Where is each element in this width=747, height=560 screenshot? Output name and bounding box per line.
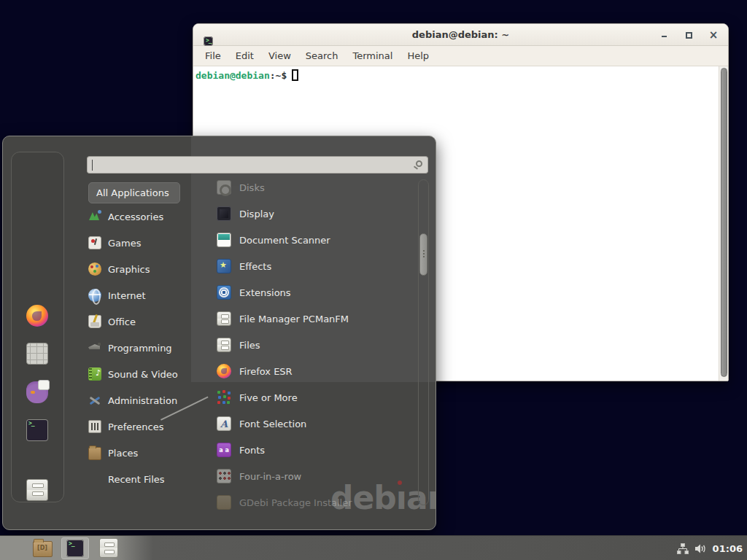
category-administration[interactable]: Administration bbox=[88, 390, 194, 411]
close-icon: × bbox=[709, 30, 719, 41]
app-four-in-a-row[interactable]: Four-in-a-row bbox=[182, 466, 417, 486]
terminal-scrollbar[interactable] bbox=[719, 66, 728, 381]
file-manager-launcher-icon[interactable] bbox=[26, 479, 48, 501]
accessories-icon bbox=[88, 210, 101, 223]
menu-help[interactable]: Help bbox=[400, 46, 436, 66]
minimize-icon bbox=[662, 36, 667, 37]
app-label: Effects bbox=[239, 261, 271, 272]
category-label: Preferences bbox=[108, 421, 163, 432]
menu-search-input[interactable] bbox=[87, 156, 428, 174]
app-file-manager-pcmanfm[interactable]: File Manager PCManFM bbox=[182, 308, 417, 329]
network-icon[interactable] bbox=[677, 543, 689, 554]
app-effects[interactable]: Effects bbox=[182, 256, 417, 276]
category-programming[interactable]: Programming bbox=[88, 338, 194, 358]
pidgin-launcher-icon[interactable] bbox=[26, 381, 48, 403]
menu-file[interactable]: File bbox=[198, 46, 228, 66]
category-label: Accessories bbox=[108, 211, 163, 222]
category-games[interactable]: Games bbox=[88, 233, 194, 253]
app-label: Document Scanner bbox=[239, 235, 330, 246]
menu-search[interactable]: Search bbox=[298, 46, 346, 66]
app-firefox-esr[interactable]: Firefox ESR bbox=[182, 361, 417, 381]
category-office[interactable]: Office bbox=[88, 311, 194, 332]
terminal-menubar: File Edit View Search Terminal Help bbox=[193, 46, 728, 66]
application-list: Disks Display Document Scanner Effects E… bbox=[182, 176, 417, 516]
file-cabinet-icon bbox=[99, 538, 118, 558]
five-or-more-icon bbox=[217, 390, 231, 405]
preferences-icon bbox=[88, 420, 101, 433]
app-display[interactable]: Display bbox=[182, 203, 417, 224]
close-button[interactable]: × bbox=[706, 28, 721, 42]
search-caret bbox=[92, 160, 93, 171]
folder-icon bbox=[33, 541, 53, 557]
effects-icon bbox=[217, 259, 231, 273]
app-fonts[interactable]: Fonts bbox=[182, 440, 417, 460]
firefox-launcher-icon[interactable] bbox=[26, 305, 48, 327]
category-places[interactable]: Places bbox=[88, 443, 194, 463]
app-extensions[interactable]: Extensions bbox=[182, 282, 417, 303]
category-accessories[interactable]: Accessories bbox=[88, 206, 194, 227]
terminal-cursor bbox=[292, 69, 298, 81]
file-manager-taskbar-button[interactable] bbox=[33, 538, 53, 557]
category-graphics[interactable]: Graphics bbox=[88, 259, 194, 279]
terminal-titlebar[interactable]: debian@debian: ~ × bbox=[193, 24, 728, 46]
menu-terminal[interactable]: Terminal bbox=[345, 46, 400, 66]
search-icon bbox=[416, 160, 422, 167]
app-label: Four-in-a-row bbox=[239, 471, 301, 482]
file-manager-icon bbox=[217, 311, 231, 326]
category-label: Games bbox=[108, 238, 141, 249]
menu-scrollbar-thumb[interactable] bbox=[419, 233, 427, 276]
app-label: Fonts bbox=[239, 445, 265, 456]
category-label: Administration bbox=[108, 395, 177, 406]
fonts-icon bbox=[217, 443, 231, 457]
packages-launcher-icon[interactable] bbox=[26, 343, 48, 365]
terminal-scrollbar-thumb[interactable] bbox=[721, 68, 727, 377]
category-label: Places bbox=[108, 448, 138, 459]
app-label: Font Selection bbox=[239, 419, 306, 429]
files-icon bbox=[217, 338, 231, 352]
menu-edit[interactable]: Edit bbox=[228, 46, 261, 66]
places-icon bbox=[88, 447, 101, 460]
minimize-button[interactable] bbox=[657, 28, 671, 42]
app-document-scanner[interactable]: Document Scanner bbox=[182, 230, 417, 250]
category-all-applications[interactable]: All Applications bbox=[88, 182, 180, 203]
menu-favorites-sidebar bbox=[11, 152, 64, 502]
taskbar: 01:06 bbox=[0, 535, 747, 560]
app-files[interactable]: Files bbox=[182, 335, 417, 355]
category-label: Recent Files bbox=[108, 474, 165, 485]
app-gdebi-package-installer[interactable]: GDebi Package Installer bbox=[182, 492, 417, 513]
terminal-launcher-icon[interactable] bbox=[26, 419, 48, 441]
app-label: Display bbox=[239, 209, 274, 219]
menu-view[interactable]: View bbox=[261, 46, 298, 66]
app-font-selection[interactable]: Font Selection bbox=[182, 413, 417, 434]
category-preferences[interactable]: Preferences bbox=[88, 416, 194, 437]
font-selection-icon bbox=[217, 416, 231, 431]
taskbar-clock[interactable]: 01:06 bbox=[713, 543, 743, 554]
desktop: debian@debian: ~ × File Edit View Search… bbox=[0, 0, 747, 560]
terminal-window-title: debian@debian: ~ bbox=[193, 29, 728, 40]
app-disks[interactable]: Disks bbox=[182, 177, 417, 198]
app-label: Files bbox=[239, 340, 260, 351]
app-label: Firefox ESR bbox=[239, 366, 293, 377]
menu-scrollbar[interactable] bbox=[418, 179, 429, 505]
category-sound-video[interactable]: Sound & Video bbox=[88, 364, 194, 384]
category-internet[interactable]: Internet bbox=[88, 285, 194, 306]
all-applications-label: All Applications bbox=[96, 187, 169, 198]
category-label: Sound & Video bbox=[108, 369, 178, 380]
sound-video-icon bbox=[88, 368, 101, 381]
app-five-or-more[interactable]: Five or More bbox=[182, 387, 417, 408]
extensions-icon bbox=[217, 285, 231, 300]
cabinet-taskbar-button[interactable] bbox=[99, 538, 118, 558]
office-icon bbox=[88, 315, 101, 328]
app-label: GDebi Package Installer bbox=[239, 497, 352, 508]
app-label: Five or More bbox=[239, 392, 298, 403]
terminal-taskbar-button[interactable] bbox=[61, 537, 89, 559]
spacer bbox=[88, 472, 101, 486]
administration-icon bbox=[88, 394, 101, 407]
maximize-button[interactable] bbox=[681, 28, 696, 42]
volume-icon[interactable] bbox=[694, 543, 707, 554]
document-scanner-icon bbox=[217, 233, 231, 247]
terminal-task-icon bbox=[66, 540, 84, 557]
display-icon bbox=[217, 206, 231, 221]
category-recent-files[interactable]: Recent Files bbox=[88, 469, 194, 489]
application-menu: debıan All Applications Accessories Game… bbox=[2, 136, 436, 530]
